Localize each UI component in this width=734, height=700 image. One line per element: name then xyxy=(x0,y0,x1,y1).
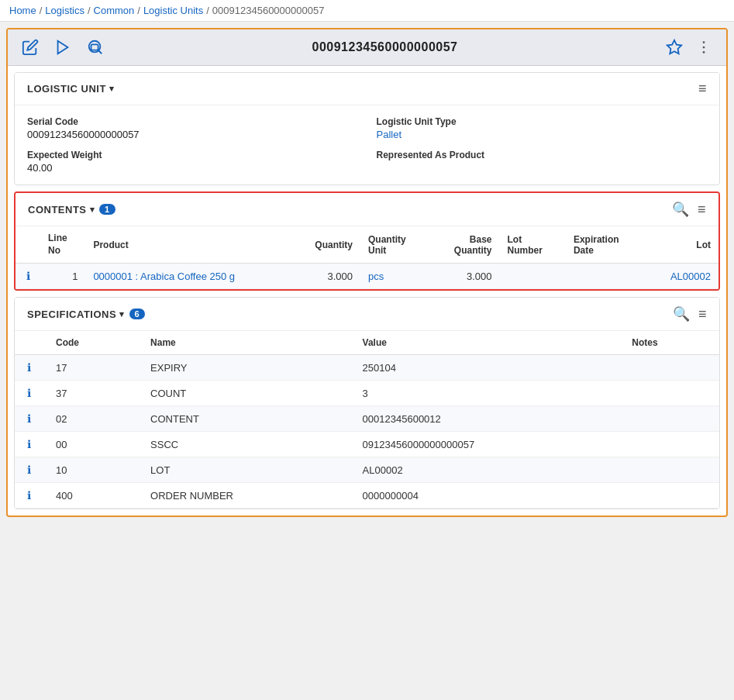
contents-table-row: ℹ 1 0000001 : Arabica Coffee 250 g 3.000… xyxy=(16,264,718,289)
expected-weight-label: Expected Weight xyxy=(27,150,358,160)
svg-rect-3 xyxy=(91,44,98,50)
breadcrumb-logistic-units[interactable]: Logistic Units xyxy=(143,5,203,16)
logistic-unit-chevron[interactable]: ▾ xyxy=(109,84,115,94)
logistic-unit-fields: Serial Code 00091234560000000057 Logisti… xyxy=(15,105,719,184)
specs-info-cell[interactable]: ℹ xyxy=(15,432,43,457)
specs-notes xyxy=(619,381,719,406)
breadcrumb-home[interactable]: Home xyxy=(9,5,36,16)
specifications-badge: 6 xyxy=(129,309,146,319)
specifications-table: Code Name Value Notes ℹ 17 EXPIRY 250104… xyxy=(15,331,719,509)
serial-code-field: Serial Code 00091234560000000057 xyxy=(27,116,358,140)
specs-name: ORDER NUMBER xyxy=(138,483,350,509)
breadcrumb-sep2: / xyxy=(88,5,91,16)
specs-info-cell[interactable]: ℹ xyxy=(15,355,43,381)
svg-marker-4 xyxy=(667,40,681,53)
contents-quantity-unit-link[interactable]: pcs xyxy=(368,271,384,282)
contents-table-body: ℹ 1 0000001 : Arabica Coffee 250 g 3.000… xyxy=(16,264,718,289)
contents-table-header-row: LineNo Product Quantity QuantityUnit Bas… xyxy=(16,226,718,264)
svg-marker-0 xyxy=(58,41,68,54)
th-line-no: LineNo xyxy=(40,226,85,264)
contents-lot-link[interactable]: AL00002 xyxy=(670,271,711,282)
toolbar: 00091234560000000057 xyxy=(8,29,726,66)
specs-name: LOT xyxy=(138,457,350,483)
contents-badge: 1 xyxy=(99,204,115,215)
expected-weight-value: 40.00 xyxy=(27,162,358,174)
specs-info-icon[interactable]: ℹ xyxy=(27,438,31,450)
contents-quantity: 3.000 xyxy=(291,264,360,289)
specs-info-icon[interactable]: ℹ xyxy=(27,387,31,399)
contents-info-icon[interactable]: ℹ xyxy=(26,270,30,282)
play-button[interactable] xyxy=(53,37,73,57)
specs-info-cell[interactable]: ℹ xyxy=(15,406,43,432)
contents-chevron[interactable]: ▾ xyxy=(90,205,95,215)
logistic-unit-menu-icon[interactable]: ≡ xyxy=(698,81,707,97)
specs-name: EXPIRY xyxy=(138,355,350,381)
th-info xyxy=(16,226,40,264)
breadcrumb-sep3: / xyxy=(137,5,140,16)
specifications-title: SPECIFICATIONS xyxy=(27,309,116,320)
specs-name: SSCC xyxy=(138,432,350,457)
specs-th-value: Value xyxy=(350,331,620,355)
toolbar-left-icons xyxy=(20,37,105,57)
toolbar-right-icons xyxy=(664,37,714,57)
edit-button[interactable] xyxy=(20,37,40,57)
contents-product: 0000001 : Arabica Coffee 250 g xyxy=(85,264,291,289)
contents-search-icon[interactable]: 🔍 xyxy=(672,201,690,218)
specs-code: 00 xyxy=(43,432,138,457)
specs-table-row: ℹ 02 CONTENT 00012345600012 xyxy=(15,406,719,432)
contents-expiration-date xyxy=(566,264,646,289)
breadcrumb: Home / Logistics / Common / Logistic Uni… xyxy=(0,0,734,22)
logistic-unit-header: LOGISTIC UNIT ▾ ≡ xyxy=(15,73,719,105)
specs-value: 250104 xyxy=(350,355,620,381)
specs-table-row: ℹ 00 SSCC 09123456000000000057 xyxy=(15,432,719,457)
contents-menu-icon[interactable]: ≡ xyxy=(698,202,706,218)
specs-notes xyxy=(619,406,719,432)
breadcrumb-sep4: / xyxy=(206,5,209,16)
specifications-chevron[interactable]: ▾ xyxy=(119,309,125,319)
specs-info-icon[interactable]: ℹ xyxy=(27,361,31,374)
specs-info-cell[interactable]: ℹ xyxy=(15,483,43,509)
record-card: 00091234560000000057 LOGISTIC UNIT ▾ xyxy=(6,28,728,517)
breadcrumb-common[interactable]: Common xyxy=(94,5,135,16)
logistic-unit-type-field: Logistic Unit Type Pallet xyxy=(377,116,708,140)
contents-lot: AL00002 xyxy=(646,264,718,289)
specs-info-icon[interactable]: ℹ xyxy=(27,489,31,502)
breadcrumb-logistics[interactable]: Logistics xyxy=(45,5,84,16)
contents-product-link[interactable]: 0000001 : Arabica Coffee 250 g xyxy=(93,271,235,282)
specs-value: 0000000004 xyxy=(350,483,620,509)
contents-info-cell[interactable]: ℹ xyxy=(16,264,40,289)
specifications-menu-icon[interactable]: ≡ xyxy=(698,306,707,322)
specs-th-notes: Notes xyxy=(619,331,719,355)
th-base-quantity: BaseQuantity xyxy=(430,226,500,264)
camera-button[interactable] xyxy=(85,37,105,57)
specs-info-icon[interactable]: ℹ xyxy=(27,412,31,425)
specs-value: 00012345600012 xyxy=(350,406,620,432)
th-lot: Lot xyxy=(646,226,718,264)
contents-lot-number xyxy=(499,264,565,289)
specifications-search-icon[interactable]: 🔍 xyxy=(673,305,691,322)
star-button[interactable] xyxy=(664,37,684,57)
logistic-unit-section: LOGISTIC UNIT ▾ ≡ Serial Code 0009123456… xyxy=(14,72,720,185)
more-button[interactable] xyxy=(694,37,714,57)
pallet-link[interactable]: Pallet xyxy=(377,129,402,140)
contents-header-right: 🔍 ≡ xyxy=(672,201,706,218)
specs-info-cell[interactable]: ℹ xyxy=(15,457,43,483)
specs-code: 37 xyxy=(43,381,138,406)
specs-code: 17 xyxy=(43,355,138,381)
specs-table-row: ℹ 37 COUNT 3 xyxy=(15,381,719,406)
specs-notes xyxy=(619,483,719,509)
specs-code: 02 xyxy=(43,406,138,432)
specs-value: 3 xyxy=(350,381,620,406)
logistic-unit-title: LOGISTIC UNIT xyxy=(27,83,106,95)
specs-notes xyxy=(619,457,719,483)
specs-info-icon[interactable]: ℹ xyxy=(27,464,31,476)
specs-name: CONTENT xyxy=(138,406,350,432)
specs-th-name: Name xyxy=(138,331,350,355)
specs-info-cell[interactable]: ℹ xyxy=(15,381,43,406)
logistic-unit-type-label: Logistic Unit Type xyxy=(377,116,708,127)
specs-name: COUNT xyxy=(138,381,350,406)
specs-value: 09123456000000000057 xyxy=(350,432,620,457)
represented-as-product-label: Represented As Product xyxy=(377,150,708,160)
th-lot-number: LotNumber xyxy=(499,226,565,264)
contents-section: CONTENTS ▾ 1 🔍 ≡ LineNo Product Quantity… xyxy=(14,191,720,291)
